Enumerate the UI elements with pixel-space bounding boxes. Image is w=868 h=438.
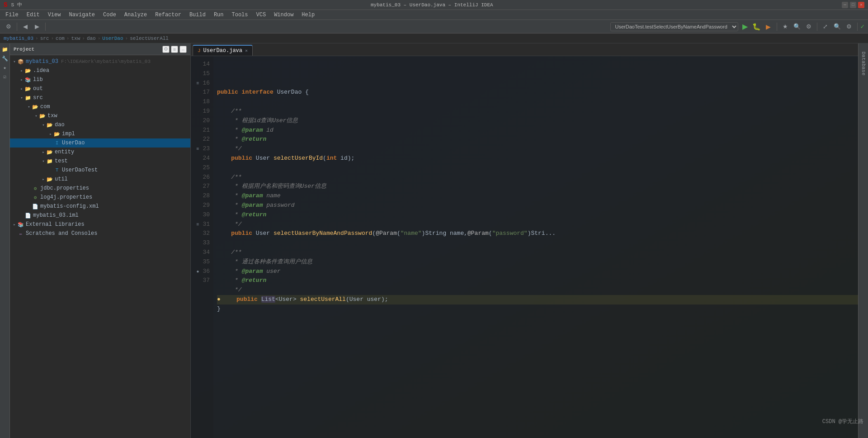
toolbar-forward-button[interactable]: ▶	[32, 22, 42, 32]
code-line-17: * 根据id查询User信息	[217, 116, 858, 126]
tree-item-UserDao[interactable]: IUserDao	[10, 138, 190, 148]
tree-item-util[interactable]: ▸📂util	[10, 175, 190, 184]
project-icon[interactable]: 📁	[1, 45, 9, 53]
window-controls: — □ ✕	[842, 2, 864, 8]
toolbar-settings-button[interactable]: ⚙	[4, 22, 14, 32]
run-button[interactable]: ▶	[740, 22, 750, 32]
tree-label-util: util	[55, 176, 68, 182]
run-config-selector[interactable]: UserDaoTest.testSelectUserByNameAndPassw…	[610, 22, 738, 31]
tree-icon-scratches: ✏	[17, 230, 24, 237]
structure-icon[interactable]: 🔧	[1, 54, 9, 62]
menu-item-navigate[interactable]: Navigate	[65, 11, 99, 19]
tree-item-jdbc_props[interactable]: ⚙jdbc.properties	[10, 184, 190, 193]
close-button[interactable]: ✕	[858, 2, 864, 8]
nav-sep-2: ›	[51, 36, 54, 41]
toolbar-settings2-button[interactable]: ⚙	[804, 22, 814, 32]
tree-label-external_libs: External Libraries	[26, 221, 85, 228]
tree-item-lib[interactable]: ▸📚lib	[10, 75, 190, 84]
tree-item-entity[interactable]: ▸📂entity	[10, 148, 190, 157]
toolbar-search2-button[interactable]: 🔍	[832, 22, 842, 32]
tree-item-mybatis_config[interactable]: 📄mybatis-config.xml	[10, 202, 190, 211]
tree-arrow-mybatis_03: ▾	[12, 59, 17, 64]
toolbar-separator-2	[45, 23, 46, 31]
code-line-21: public User selectUserById(int id);	[217, 154, 858, 163]
tree-item-src[interactable]: ▾📁src	[10, 93, 190, 102]
menu-item-file[interactable]: File	[2, 11, 22, 19]
tree-label-jdbc_props: jdbc.properties	[40, 185, 89, 191]
toolbar-more-button[interactable]: ⚙	[844, 22, 854, 32]
toolbar-search-button[interactable]: 🔍	[792, 22, 802, 32]
breadcrumb-dao[interactable]: dao	[87, 36, 96, 41]
tree-item-test[interactable]: ▾📁test	[10, 157, 190, 166]
menu-item-view[interactable]: View	[44, 11, 65, 19]
tree-item-out[interactable]: ▸📂out	[10, 84, 190, 93]
tree-item-UserDaoTest[interactable]: TUserDaoTest	[10, 166, 190, 175]
menu-item-build[interactable]: Build	[186, 11, 209, 19]
code-line-24: * 根据用户名和密码查询User信息	[217, 182, 858, 191]
tree-item-dao[interactable]: ▾📂dao	[10, 120, 190, 129]
tab-close-button[interactable]: ✕	[245, 48, 248, 53]
check-icon: ✓	[861, 23, 864, 30]
nav-sep-4: ›	[82, 36, 85, 41]
menu-item-run[interactable]: Run	[210, 11, 227, 19]
line-num-21: 21	[193, 126, 210, 135]
toolbar-expand-button[interactable]: ⤢	[821, 22, 830, 32]
project-tree: ▾📦mybatis_03F:\IDEAWork\mybatis\mybatis_…	[10, 55, 190, 438]
tree-item-idea[interactable]: ▸📂.idea	[10, 66, 190, 75]
tree-item-external_libs[interactable]: ▸📚External Libraries	[10, 220, 190, 229]
tree-item-impl[interactable]: ▸📂impl	[10, 129, 190, 138]
breadcrumb-txw[interactable]: txw	[71, 36, 80, 41]
tree-label-src: src	[33, 95, 43, 101]
breadcrumb-userdao[interactable]: UserDao	[102, 36, 123, 41]
menu-item-window[interactable]: Window	[270, 11, 297, 19]
code-content[interactable]: public interface UserDao { /** * 根据id查询U…	[213, 56, 858, 438]
panel-expand-button[interactable]: ≡	[171, 46, 178, 53]
tree-icon-entity: 📂	[46, 148, 53, 156]
breadcrumb-src[interactable]: src	[40, 36, 49, 41]
tree-label-lib: lib	[33, 76, 43, 83]
line-num-35: 35	[193, 257, 210, 267]
tree-item-log4j_props[interactable]: ⚙log4j.properties	[10, 193, 190, 202]
tree-item-mybatis_03_iml[interactable]: 📄mybatis_03.iml	[10, 211, 190, 220]
menu-item-edit[interactable]: Edit	[23, 11, 43, 19]
line-num-26: 26	[193, 173, 210, 182]
menu-item-help[interactable]: Help	[298, 11, 318, 19]
tree-item-txw[interactable]: ▾📂txw	[10, 111, 190, 120]
app-logo-icon: S	[4, 1, 7, 9]
panel-settings-button[interactable]: ⚙	[162, 46, 170, 53]
breadcrumb-project[interactable]: mybatis_03	[4, 36, 33, 41]
line-num-36: ● 36	[193, 267, 210, 276]
code-line-37: }	[217, 305, 858, 314]
tab-file-icon: J	[198, 48, 201, 53]
tree-icon-UserDao: I	[53, 139, 61, 147]
panel-minimize-button[interactable]: –	[179, 46, 187, 53]
debug-button[interactable]: 🐛	[752, 22, 762, 32]
tree-label-scratches: Scratches and Consoles	[26, 230, 97, 237]
tree-item-scratches[interactable]: ✏Scratches and Consoles	[10, 229, 190, 238]
menu-item-vcs[interactable]: VCS	[253, 11, 270, 19]
breadcrumb-com[interactable]: com	[56, 36, 65, 41]
code-line-33: * @param user	[217, 267, 858, 276]
code-editor[interactable]: 1415≡ 16171819202122≡ 2324252627282930≡ …	[191, 56, 858, 438]
maximize-button[interactable]: □	[850, 2, 856, 8]
menu-item-code[interactable]: Code	[99, 11, 120, 19]
menu-bar: FileEditViewNavigateCodeAnalyzeRefactorB…	[0, 10, 868, 20]
tree-item-com[interactable]: ▾📂com	[10, 102, 190, 111]
menu-item-tools[interactable]: Tools	[228, 11, 252, 19]
toolbar-bookmark-button[interactable]: ★	[780, 22, 790, 32]
breadcrumb-method[interactable]: selectUserAll	[130, 36, 169, 41]
run-with-coverage-button[interactable]: ▶	[764, 22, 774, 32]
tab-userdao[interactable]: J UserDao.java ✕	[193, 45, 253, 56]
menu-item-analyze[interactable]: Analyze	[121, 11, 151, 19]
todo-icon[interactable]: ☑	[1, 72, 9, 81]
menu-item-refactor[interactable]: Refactor	[151, 11, 185, 19]
database-icon[interactable]: Database	[859, 45, 868, 81]
tree-icon-txw: 📂	[39, 112, 46, 119]
toolbar-back-button[interactable]: ◀	[20, 22, 30, 32]
project-panel: Project ⚙ ≡ – ▾📦mybatis_03F:\IDEAWork\my…	[10, 43, 191, 438]
tree-item-mybatis_03[interactable]: ▾📦mybatis_03F:\IDEAWork\mybatis\mybatis_…	[10, 57, 190, 66]
right-side-icons: Database	[858, 43, 868, 438]
bookmarks-icon[interactable]: ★	[1, 63, 9, 71]
line-num-30: 30	[193, 210, 210, 220]
minimize-button[interactable]: —	[842, 2, 848, 8]
